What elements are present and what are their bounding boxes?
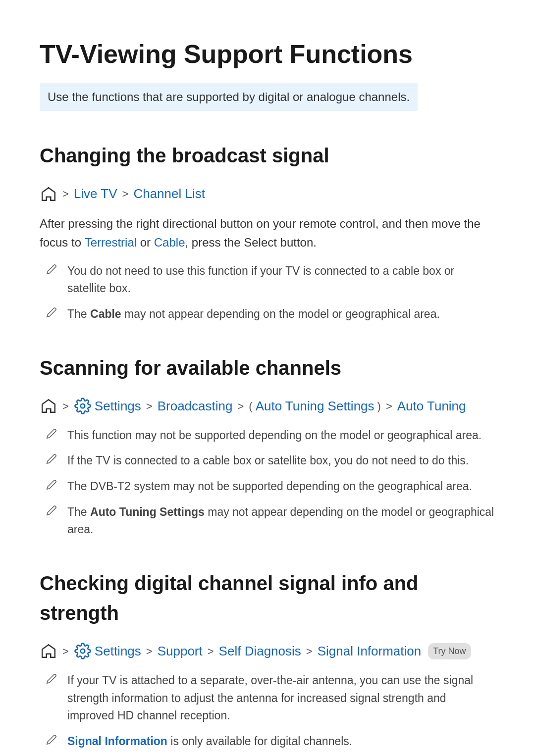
section3-note2-text: Signal Information is only available for… <box>67 733 352 751</box>
nav-item-broadcasting[interactable]: Broadcasting <box>158 397 233 416</box>
nav-arrow-7: > <box>62 643 69 659</box>
nav-arrow-10: > <box>306 643 313 659</box>
home-icon-3 <box>40 642 57 660</box>
pencil-icon-2 <box>45 307 58 318</box>
section-scanning-channels: Scanning for available channels > Settin… <box>40 353 495 539</box>
svg-point-0 <box>48 187 50 188</box>
section2-note2-text: If the TV is connected to a cable box or… <box>67 452 469 470</box>
section2-note1-text: This function may not be supported depen… <box>67 427 482 445</box>
try-now-badge[interactable]: Try Now <box>428 643 471 659</box>
nav-arrow-6: > <box>386 398 392 414</box>
section-signal-info: Checking digital channel signal info and… <box>40 568 495 751</box>
nav-arrow-4: > <box>146 398 153 414</box>
nav-item-channellist[interactable]: Channel List <box>133 184 205 203</box>
nav-arrow-5: > <box>237 398 244 414</box>
section2-note1: This function may not be supported depen… <box>40 427 495 445</box>
page-title: TV-Viewing Support Functions <box>40 35 495 73</box>
svg-point-2 <box>81 649 85 654</box>
nav-arrow-9: > <box>208 643 214 659</box>
section1-description: After pressing the right directional but… <box>40 214 495 252</box>
section2-nav-path: > Settings > Broadcasting > (Auto Tuning… <box>40 397 495 416</box>
page-subtitle: Use the functions that are supported by … <box>40 83 418 111</box>
signal-info-link: Signal Information <box>67 735 167 748</box>
section2-title: Scanning for available channels <box>40 353 495 383</box>
note4-autotuning-bold: Auto Tuning Settings <box>90 505 205 518</box>
section1-note2: The Cable may not appear depending on th… <box>40 305 495 323</box>
nav-item-autotuning-settings[interactable]: Auto Tuning Settings <box>256 397 374 416</box>
home-icon-2 <box>40 397 57 415</box>
nav-item-livetv[interactable]: Live TV <box>74 184 117 203</box>
pencil-icon-7 <box>45 673 58 684</box>
pencil-icon-1 <box>45 264 58 275</box>
svg-point-1 <box>81 404 85 408</box>
section3-nav-path: > Settings > Support > Self Diagnosis > … <box>40 642 495 661</box>
nav-item-support[interactable]: Support <box>158 642 203 661</box>
section-broadcast-signal: Changing the broadcast signal > Live TV … <box>40 141 495 323</box>
pencil-icon-4 <box>45 454 58 464</box>
section2-note3-text: The DVB-T2 system may not be supported d… <box>67 478 472 496</box>
section2-note3: The DVB-T2 system may not be supported d… <box>40 478 495 496</box>
section1-title: Changing the broadcast signal <box>40 141 495 170</box>
pencil-icon-3 <box>45 428 58 439</box>
nav-item-autotuning-settings-paren: ( <box>249 398 252 414</box>
section1-nav-path: > Live TV > Channel List <box>40 184 495 203</box>
section3-note2: Signal Information is only available for… <box>40 733 495 751</box>
section2-note4: The Auto Tuning Settings may not appear … <box>40 504 495 539</box>
home-icon <box>40 185 57 203</box>
section1-note2-text: The Cable may not appear depending on th… <box>67 305 440 323</box>
nav-arrow-1: > <box>62 186 69 202</box>
section3-note1: If your TV is attached to a separate, ov… <box>40 672 495 725</box>
nav-arrow-3: > <box>62 398 69 414</box>
section1-note1: You do not need to use this function if … <box>40 262 495 298</box>
nav-close-paren: ) <box>377 398 381 414</box>
nav-item-signal-information[interactable]: Signal Information <box>318 642 422 661</box>
pencil-icon-5 <box>45 479 58 490</box>
settings-icon <box>74 397 92 415</box>
section2-note2: If the TV is connected to a cable box or… <box>40 452 495 470</box>
nav-arrow-2: > <box>122 186 129 202</box>
settings-icon-2 <box>74 642 92 660</box>
note2-cable-bold: Cable <box>90 307 121 320</box>
nav-item-autotuning[interactable]: Auto Tuning <box>397 397 466 416</box>
pencil-icon-6 <box>45 505 58 516</box>
nav-item-settings-3[interactable]: Settings <box>95 642 141 661</box>
section2-note4-text: The Auto Tuning Settings may not appear … <box>67 504 495 539</box>
highlight-cable: Cable <box>154 236 185 249</box>
section1-note1-text: You do not need to use this function if … <box>67 262 495 298</box>
nav-item-self-diagnosis[interactable]: Self Diagnosis <box>219 642 301 661</box>
pencil-icon-8 <box>45 734 58 745</box>
nav-item-settings[interactable]: Settings <box>95 397 141 416</box>
nav-arrow-8: > <box>146 643 153 659</box>
highlight-terrestrial: Terrestrial <box>85 236 137 249</box>
section3-note1-text: If your TV is attached to a separate, ov… <box>67 672 495 725</box>
section3-title: Checking digital channel signal info and… <box>40 568 495 628</box>
